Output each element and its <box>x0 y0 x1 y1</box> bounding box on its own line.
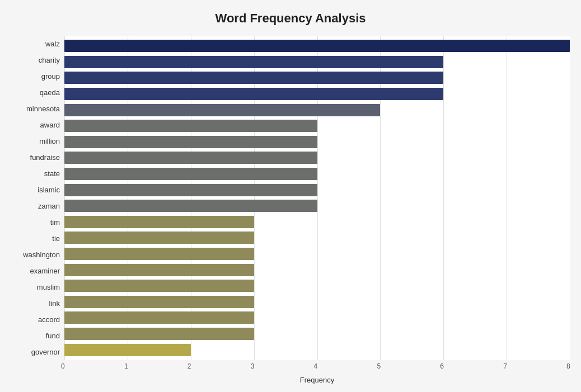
y-label-fundraise: fundraise <box>30 150 60 165</box>
bar-row-qaeda <box>64 87 570 101</box>
bar-row-examiner <box>64 263 570 277</box>
bar-tie <box>64 232 254 244</box>
y-axis-labels: walzcharitygroupqaedaminnesotaawardmilli… <box>11 36 64 360</box>
bar-row-group <box>64 71 570 84</box>
bar-group <box>64 72 443 84</box>
x-tick-1: 1 <box>124 362 128 370</box>
bar-washington <box>64 248 254 260</box>
x-tick-7: 7 <box>503 362 507 370</box>
bar-minnesota <box>64 104 380 116</box>
y-label-washington: washington <box>23 248 60 262</box>
bar-examiner <box>64 264 254 276</box>
y-label-award: award <box>40 118 60 133</box>
x-tick-3: 3 <box>251 362 255 370</box>
bar-row-tie <box>64 231 570 244</box>
bar-accord <box>64 311 254 324</box>
bar-governor <box>64 344 191 356</box>
chart-title: Word Frequency Analysis <box>11 11 570 26</box>
y-label-qaeda: qaeda <box>40 86 60 100</box>
y-label-walz: walz <box>45 37 60 51</box>
bar-islamic <box>64 184 317 196</box>
x-axis: 012345678 <box>64 362 570 374</box>
bar-fundraise <box>64 152 317 164</box>
x-tick-0: 0 <box>61 362 65 370</box>
y-label-accord: accord <box>38 313 60 327</box>
bar-row-washington <box>64 247 570 261</box>
bar-state <box>64 168 317 180</box>
bar-charity <box>64 56 443 68</box>
bar-row-fund <box>64 327 570 341</box>
y-label-million: million <box>39 134 60 149</box>
y-label-fund: fund <box>46 329 60 343</box>
bar-row-award <box>64 119 570 133</box>
bars-area <box>64 36 570 360</box>
chart-container: Word Frequency Analysis walzcharitygroup… <box>0 0 581 392</box>
y-label-muslim: muslim <box>37 280 60 295</box>
y-label-charity: charity <box>39 53 60 68</box>
bar-row-state <box>64 167 570 181</box>
bar-row-fundraise <box>64 151 570 164</box>
bar-row-walz <box>64 39 570 53</box>
bar-row-islamic <box>64 183 570 197</box>
bar-row-charity <box>64 55 570 69</box>
bars-wrapper <box>64 36 570 360</box>
bar-row-minnesota <box>64 103 570 117</box>
bar-row-governor <box>64 343 570 357</box>
x-tick-8: 8 <box>566 362 570 370</box>
bar-link <box>64 296 254 308</box>
y-label-link: link <box>49 296 60 311</box>
bar-walz <box>64 40 570 52</box>
chart-area: walzcharitygroupqaedaminnesotaawardmilli… <box>11 36 570 360</box>
bar-row-muslim <box>64 279 570 292</box>
y-label-group: group <box>41 69 60 84</box>
bar-row-link <box>64 295 570 309</box>
bar-row-tim <box>64 215 570 229</box>
bar-muslim <box>64 280 254 292</box>
bar-qaeda <box>64 88 443 100</box>
bar-row-zaman <box>64 199 570 212</box>
y-label-tim: tim <box>50 215 60 230</box>
y-label-islamic: islamic <box>38 183 60 197</box>
bar-tim <box>64 216 254 228</box>
y-label-minnesota: minnesota <box>26 102 60 116</box>
x-tick-6: 6 <box>440 362 444 370</box>
bar-award <box>64 120 317 132</box>
bar-row-million <box>64 135 570 149</box>
bar-zaman <box>64 200 317 212</box>
x-tick-4: 4 <box>314 362 318 370</box>
bar-million <box>64 136 317 148</box>
x-tick-2: 2 <box>188 362 191 370</box>
bar-fund <box>64 328 254 340</box>
y-label-governor: governor <box>31 345 60 360</box>
x-axis-label: Frequency <box>64 376 570 384</box>
y-label-tie: tie <box>52 232 60 246</box>
y-label-zaman: zaman <box>38 199 60 214</box>
bar-row-accord <box>64 311 570 324</box>
x-tick-5: 5 <box>377 362 381 370</box>
y-label-state: state <box>44 167 60 181</box>
y-label-examiner: examiner <box>30 264 60 278</box>
